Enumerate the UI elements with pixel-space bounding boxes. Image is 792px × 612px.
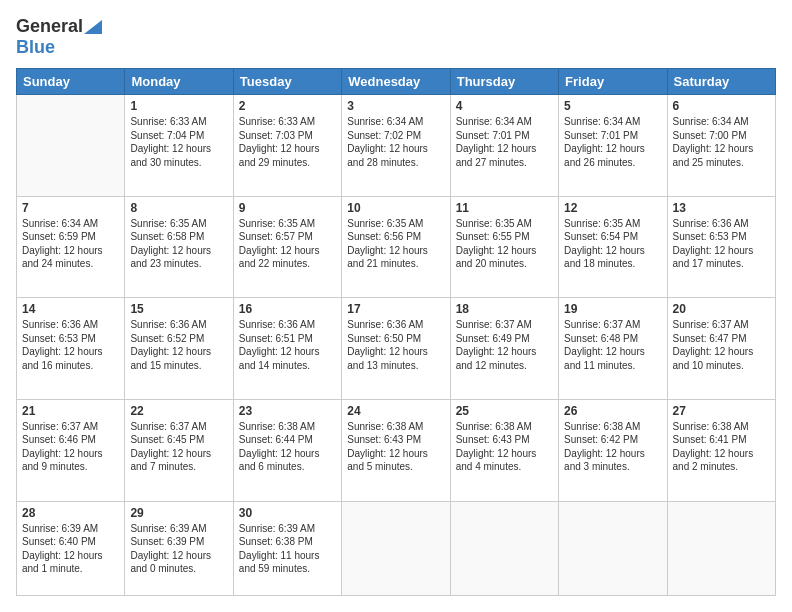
day-number: 9 xyxy=(239,201,336,215)
calendar-cell: 27Sunrise: 6:38 AM Sunset: 6:41 PM Dayli… xyxy=(667,399,775,501)
cell-info: Sunrise: 6:36 AM Sunset: 6:53 PM Dayligh… xyxy=(673,217,770,271)
day-number: 6 xyxy=(673,99,770,113)
day-number: 26 xyxy=(564,404,661,418)
cell-info: Sunrise: 6:39 AM Sunset: 6:39 PM Dayligh… xyxy=(130,522,227,576)
logo-icon xyxy=(84,20,102,34)
day-number: 3 xyxy=(347,99,444,113)
cell-info: Sunrise: 6:35 AM Sunset: 6:55 PM Dayligh… xyxy=(456,217,553,271)
cell-info: Sunrise: 6:37 AM Sunset: 6:47 PM Dayligh… xyxy=(673,318,770,372)
cell-info: Sunrise: 6:36 AM Sunset: 6:52 PM Dayligh… xyxy=(130,318,227,372)
cell-info: Sunrise: 6:38 AM Sunset: 6:43 PM Dayligh… xyxy=(347,420,444,474)
calendar-cell xyxy=(667,501,775,596)
calendar-week-row: 28Sunrise: 6:39 AM Sunset: 6:40 PM Dayli… xyxy=(17,501,776,596)
cell-info: Sunrise: 6:35 AM Sunset: 6:56 PM Dayligh… xyxy=(347,217,444,271)
calendar-cell xyxy=(342,501,450,596)
calendar-cell: 12Sunrise: 6:35 AM Sunset: 6:54 PM Dayli… xyxy=(559,196,667,298)
cell-info: Sunrise: 6:37 AM Sunset: 6:48 PM Dayligh… xyxy=(564,318,661,372)
cell-info: Sunrise: 6:37 AM Sunset: 6:49 PM Dayligh… xyxy=(456,318,553,372)
day-number: 19 xyxy=(564,302,661,316)
calendar-cell: 15Sunrise: 6:36 AM Sunset: 6:52 PM Dayli… xyxy=(125,298,233,400)
cell-info: Sunrise: 6:35 AM Sunset: 6:57 PM Dayligh… xyxy=(239,217,336,271)
cell-info: Sunrise: 6:38 AM Sunset: 6:43 PM Dayligh… xyxy=(456,420,553,474)
day-number: 23 xyxy=(239,404,336,418)
weekday-header: Thursday xyxy=(450,69,558,95)
day-number: 25 xyxy=(456,404,553,418)
cell-info: Sunrise: 6:38 AM Sunset: 6:44 PM Dayligh… xyxy=(239,420,336,474)
calendar-cell: 7Sunrise: 6:34 AM Sunset: 6:59 PM Daylig… xyxy=(17,196,125,298)
day-number: 15 xyxy=(130,302,227,316)
calendar-cell: 20Sunrise: 6:37 AM Sunset: 6:47 PM Dayli… xyxy=(667,298,775,400)
day-number: 7 xyxy=(22,201,119,215)
cell-info: Sunrise: 6:33 AM Sunset: 7:03 PM Dayligh… xyxy=(239,115,336,169)
cell-info: Sunrise: 6:35 AM Sunset: 6:54 PM Dayligh… xyxy=(564,217,661,271)
day-number: 22 xyxy=(130,404,227,418)
day-number: 11 xyxy=(456,201,553,215)
day-number: 29 xyxy=(130,506,227,520)
weekday-header: Monday xyxy=(125,69,233,95)
day-number: 5 xyxy=(564,99,661,113)
calendar-cell: 4Sunrise: 6:34 AM Sunset: 7:01 PM Daylig… xyxy=(450,95,558,197)
day-number: 12 xyxy=(564,201,661,215)
cell-info: Sunrise: 6:34 AM Sunset: 7:02 PM Dayligh… xyxy=(347,115,444,169)
day-number: 13 xyxy=(673,201,770,215)
calendar-cell: 3Sunrise: 6:34 AM Sunset: 7:02 PM Daylig… xyxy=(342,95,450,197)
day-number: 16 xyxy=(239,302,336,316)
day-number: 21 xyxy=(22,404,119,418)
calendar-cell: 25Sunrise: 6:38 AM Sunset: 6:43 PM Dayli… xyxy=(450,399,558,501)
calendar-cell: 13Sunrise: 6:36 AM Sunset: 6:53 PM Dayli… xyxy=(667,196,775,298)
calendar-cell: 9Sunrise: 6:35 AM Sunset: 6:57 PM Daylig… xyxy=(233,196,341,298)
calendar-cell: 11Sunrise: 6:35 AM Sunset: 6:55 PM Dayli… xyxy=(450,196,558,298)
header: General Blue xyxy=(16,16,776,58)
calendar-week-row: 14Sunrise: 6:36 AM Sunset: 6:53 PM Dayli… xyxy=(17,298,776,400)
calendar-cell: 26Sunrise: 6:38 AM Sunset: 6:42 PM Dayli… xyxy=(559,399,667,501)
calendar-cell: 18Sunrise: 6:37 AM Sunset: 6:49 PM Dayli… xyxy=(450,298,558,400)
day-number: 14 xyxy=(22,302,119,316)
cell-info: Sunrise: 6:36 AM Sunset: 6:50 PM Dayligh… xyxy=(347,318,444,372)
calendar-header-row: SundayMondayTuesdayWednesdayThursdayFrid… xyxy=(17,69,776,95)
calendar-cell: 24Sunrise: 6:38 AM Sunset: 6:43 PM Dayli… xyxy=(342,399,450,501)
cell-info: Sunrise: 6:36 AM Sunset: 6:53 PM Dayligh… xyxy=(22,318,119,372)
cell-info: Sunrise: 6:34 AM Sunset: 7:00 PM Dayligh… xyxy=(673,115,770,169)
page: General Blue SundayMondayTuesdayWednesda… xyxy=(0,0,792,612)
calendar-cell: 1Sunrise: 6:33 AM Sunset: 7:04 PM Daylig… xyxy=(125,95,233,197)
cell-info: Sunrise: 6:38 AM Sunset: 6:42 PM Dayligh… xyxy=(564,420,661,474)
calendar-cell: 5Sunrise: 6:34 AM Sunset: 7:01 PM Daylig… xyxy=(559,95,667,197)
calendar-cell: 16Sunrise: 6:36 AM Sunset: 6:51 PM Dayli… xyxy=(233,298,341,400)
cell-info: Sunrise: 6:37 AM Sunset: 6:46 PM Dayligh… xyxy=(22,420,119,474)
svg-marker-0 xyxy=(84,20,102,34)
weekday-header: Friday xyxy=(559,69,667,95)
calendar-cell: 8Sunrise: 6:35 AM Sunset: 6:58 PM Daylig… xyxy=(125,196,233,298)
cell-info: Sunrise: 6:34 AM Sunset: 6:59 PM Dayligh… xyxy=(22,217,119,271)
calendar-cell: 29Sunrise: 6:39 AM Sunset: 6:39 PM Dayli… xyxy=(125,501,233,596)
day-number: 10 xyxy=(347,201,444,215)
calendar-cell: 6Sunrise: 6:34 AM Sunset: 7:00 PM Daylig… xyxy=(667,95,775,197)
day-number: 4 xyxy=(456,99,553,113)
day-number: 28 xyxy=(22,506,119,520)
calendar-cell: 22Sunrise: 6:37 AM Sunset: 6:45 PM Dayli… xyxy=(125,399,233,501)
cell-info: Sunrise: 6:34 AM Sunset: 7:01 PM Dayligh… xyxy=(564,115,661,169)
calendar-cell: 2Sunrise: 6:33 AM Sunset: 7:03 PM Daylig… xyxy=(233,95,341,197)
logo-blue-text: Blue xyxy=(16,37,55,57)
weekday-header: Tuesday xyxy=(233,69,341,95)
cell-info: Sunrise: 6:36 AM Sunset: 6:51 PM Dayligh… xyxy=(239,318,336,372)
calendar-table: SundayMondayTuesdayWednesdayThursdayFrid… xyxy=(16,68,776,596)
cell-info: Sunrise: 6:38 AM Sunset: 6:41 PM Dayligh… xyxy=(673,420,770,474)
calendar-cell: 30Sunrise: 6:39 AM Sunset: 6:38 PM Dayli… xyxy=(233,501,341,596)
calendar-cell: 17Sunrise: 6:36 AM Sunset: 6:50 PM Dayli… xyxy=(342,298,450,400)
weekday-header: Wednesday xyxy=(342,69,450,95)
day-number: 2 xyxy=(239,99,336,113)
day-number: 17 xyxy=(347,302,444,316)
calendar-cell xyxy=(559,501,667,596)
calendar-week-row: 1Sunrise: 6:33 AM Sunset: 7:04 PM Daylig… xyxy=(17,95,776,197)
cell-info: Sunrise: 6:37 AM Sunset: 6:45 PM Dayligh… xyxy=(130,420,227,474)
cell-info: Sunrise: 6:33 AM Sunset: 7:04 PM Dayligh… xyxy=(130,115,227,169)
calendar-cell: 28Sunrise: 6:39 AM Sunset: 6:40 PM Dayli… xyxy=(17,501,125,596)
cell-info: Sunrise: 6:39 AM Sunset: 6:40 PM Dayligh… xyxy=(22,522,119,576)
calendar-week-row: 21Sunrise: 6:37 AM Sunset: 6:46 PM Dayli… xyxy=(17,399,776,501)
calendar-cell: 10Sunrise: 6:35 AM Sunset: 6:56 PM Dayli… xyxy=(342,196,450,298)
calendar-cell: 14Sunrise: 6:36 AM Sunset: 6:53 PM Dayli… xyxy=(17,298,125,400)
day-number: 27 xyxy=(673,404,770,418)
day-number: 18 xyxy=(456,302,553,316)
weekday-header: Sunday xyxy=(17,69,125,95)
day-number: 30 xyxy=(239,506,336,520)
